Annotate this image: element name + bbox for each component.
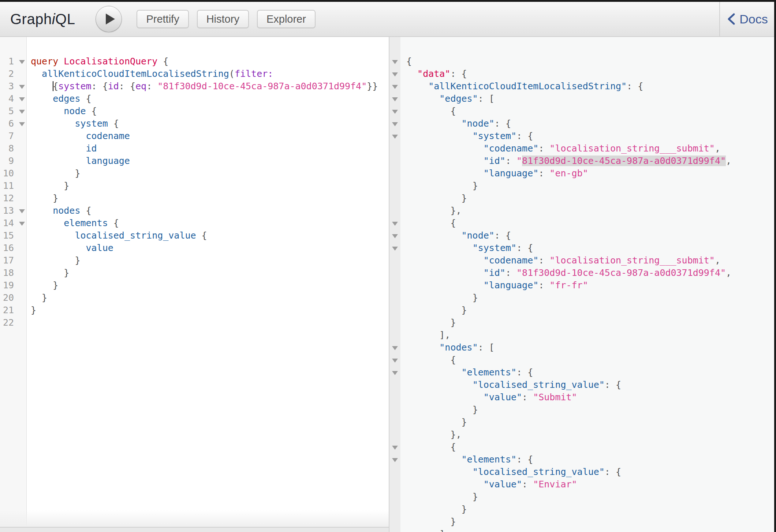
query-variables-bar[interactable]: [0, 527, 389, 532]
code-line[interactable]: {: [389, 354, 776, 366]
code-line[interactable]: 10 }: [0, 167, 389, 180]
fold-arrow-icon[interactable]: [392, 371, 398, 375]
code-line[interactable]: 20 }: [0, 292, 389, 304]
code-line[interactable]: {: [389, 55, 776, 68]
fold-arrow-icon[interactable]: [392, 122, 398, 126]
fold-arrow-icon[interactable]: [392, 222, 398, 226]
code-line[interactable]: "node": {: [389, 117, 776, 130]
code-line[interactable]: ]: [389, 528, 776, 532]
execute-query-button[interactable]: [96, 6, 122, 32]
code-line[interactable]: 8 id: [0, 142, 389, 155]
line-number: 10: [0, 167, 17, 180]
code-line[interactable]: "elements": {: [389, 453, 776, 466]
code-line[interactable]: "edges": [: [389, 93, 776, 105]
token-prop: "nodes": [439, 342, 478, 353]
query-editor[interactable]: 1query LocalisationQuery {2 allKenticoCl…: [0, 37, 389, 532]
fold-arrow-icon[interactable]: [19, 60, 25, 64]
code-line[interactable]: {: [389, 441, 776, 453]
token-punc: {: [108, 118, 119, 129]
code-line[interactable]: "node": {: [389, 229, 776, 242]
fold-arrow-icon[interactable]: [392, 97, 398, 101]
code-line[interactable]: }: [389, 316, 776, 329]
code-line[interactable]: 12 }: [0, 192, 389, 205]
code-line[interactable]: "data": {: [389, 68, 776, 80]
code-line[interactable]: "codename": "localisation_string___submi…: [389, 254, 776, 267]
code-line[interactable]: 13 nodes {: [0, 205, 389, 217]
prettify-button[interactable]: Prettify: [137, 10, 189, 28]
code-line[interactable]: "elements": {: [389, 366, 776, 379]
code-line[interactable]: 2 allKenticoCloudItemLocalisedString(fil…: [0, 68, 389, 80]
code-line[interactable]: "id": "81f30d9d-10ce-45ca-987a-a0d0371d9…: [389, 267, 776, 279]
code-line[interactable]: }: [389, 292, 776, 304]
fold-arrow-icon[interactable]: [392, 446, 398, 450]
fold-arrow-icon[interactable]: [392, 346, 398, 350]
code-line[interactable]: }: [389, 404, 776, 416]
code-line[interactable]: "id": "81f30d9d-10ce-45ca-987a-a0d0371d9…: [389, 155, 776, 167]
code-line[interactable]: 16 value: [0, 242, 389, 254]
code-line[interactable]: }: [389, 180, 776, 192]
code-line[interactable]: {: [389, 217, 776, 229]
code-line[interactable]: }: [389, 304, 776, 316]
code-line[interactable]: }: [389, 516, 776, 528]
code-line[interactable]: },: [389, 205, 776, 217]
code-line[interactable]: 11 }: [0, 180, 389, 192]
docs-toggle-button[interactable]: Docs: [719, 2, 774, 36]
code-line[interactable]: 18 }: [0, 267, 389, 279]
fold-arrow-icon[interactable]: [392, 110, 398, 114]
fold-arrow-icon[interactable]: [392, 85, 398, 89]
code-line[interactable]: 14 elements {: [0, 217, 389, 229]
fold-arrow-icon[interactable]: [19, 97, 25, 101]
code-line[interactable]: 1query LocalisationQuery {: [0, 55, 389, 68]
code-line[interactable]: 6 system {: [0, 117, 389, 130]
code-line[interactable]: 15 localised_string_value {: [0, 229, 389, 242]
code-line[interactable]: 22: [0, 316, 389, 329]
code-line[interactable]: "language": "en-gb": [389, 167, 776, 180]
code-line[interactable]: 3 {system: {id: {eq: "81f30d9d-10ce-45ca…: [0, 80, 389, 93]
fold-arrow-icon[interactable]: [392, 359, 398, 363]
code-line[interactable]: "nodes": [: [389, 341, 776, 354]
fold-gutter-cell: [17, 105, 27, 117]
code-line[interactable]: 5 node {: [0, 105, 389, 117]
history-button[interactable]: History: [197, 10, 249, 28]
fold-arrow-icon[interactable]: [19, 209, 25, 213]
code-line[interactable]: 21}: [0, 304, 389, 316]
fold-arrow-icon[interactable]: [392, 72, 398, 76]
fold-arrow-icon[interactable]: [392, 135, 398, 139]
fold-arrow-icon[interactable]: [392, 247, 398, 251]
code-line[interactable]: "system": {: [389, 242, 776, 254]
token-punc: : {: [495, 230, 511, 241]
code-line[interactable]: 17 }: [0, 254, 389, 267]
code-line[interactable]: "allKenticoCloudItemLocalisedString": {: [389, 80, 776, 93]
fold-gutter-cell: [17, 279, 27, 292]
code-line[interactable]: "value": "Submit": [389, 391, 776, 404]
code-line[interactable]: 7 codename: [0, 130, 389, 142]
code-line[interactable]: {: [389, 105, 776, 117]
code-text: language: [27, 155, 130, 167]
code-line[interactable]: ],: [389, 329, 776, 341]
code-line[interactable]: "system": {: [389, 130, 776, 142]
code-line[interactable]: }: [389, 416, 776, 428]
code-line[interactable]: },: [389, 428, 776, 441]
code-line[interactable]: "localised_string_value": {: [389, 466, 776, 478]
fold-arrow-icon[interactable]: [392, 458, 398, 462]
fold-arrow-icon[interactable]: [19, 85, 25, 89]
code-line[interactable]: 19 }: [0, 279, 389, 292]
fold-arrow-icon[interactable]: [392, 60, 398, 64]
code-line[interactable]: "localised_string_value": {: [389, 379, 776, 391]
code-line[interactable]: }: [389, 491, 776, 503]
explorer-button[interactable]: Explorer: [257, 10, 316, 28]
token-punc: },: [450, 429, 461, 440]
code-line[interactable]: "value": "Enviar": [389, 478, 776, 491]
code-line[interactable]: "codename": "localisation_string___submi…: [389, 142, 776, 155]
code-line[interactable]: "language": "fr-fr": [389, 279, 776, 292]
code-line[interactable]: 4 edges {: [0, 93, 389, 105]
token-punc: ,: [715, 143, 720, 154]
fold-arrow-icon[interactable]: [392, 234, 398, 238]
fold-arrow-icon[interactable]: [19, 122, 25, 126]
result-viewer[interactable]: { "data": { "allKenticoCloudItemLocalise…: [389, 37, 776, 532]
fold-arrow-icon[interactable]: [19, 110, 25, 114]
code-line[interactable]: }: [389, 503, 776, 516]
code-line[interactable]: 9 language: [0, 155, 389, 167]
fold-arrow-icon[interactable]: [19, 222, 25, 226]
code-line[interactable]: }: [389, 192, 776, 205]
